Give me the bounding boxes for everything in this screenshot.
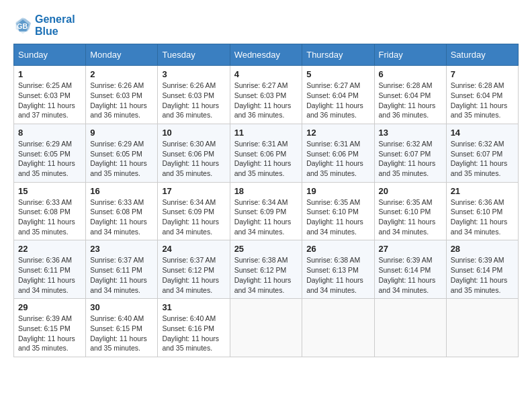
logo-text: General Blue: [35, 13, 75, 37]
day-number: 24: [162, 244, 225, 254]
col-header-wednesday: Wednesday: [230, 44, 302, 66]
calendar-week-row: 8Sunrise: 6:29 AMSunset: 6:05 PMDaylight…: [14, 124, 519, 182]
day-info: Sunrise: 6:28 AMSunset: 6:04 PMDaylight:…: [451, 81, 514, 120]
day-number: 25: [234, 244, 298, 254]
day-number: 21: [451, 186, 514, 196]
calendar-cell: 9Sunrise: 6:29 AMSunset: 6:05 PMDaylight…: [86, 124, 158, 182]
day-number: 29: [18, 302, 81, 312]
day-number: 14: [451, 128, 514, 138]
calendar-cell: 2Sunrise: 6:26 AMSunset: 6:03 PMDaylight…: [86, 66, 158, 124]
day-info: Sunrise: 6:36 AMSunset: 6:11 PMDaylight:…: [18, 255, 81, 295]
col-header-thursday: Thursday: [302, 44, 374, 66]
day-info: Sunrise: 6:27 AMSunset: 6:03 PMDaylight:…: [234, 81, 298, 120]
day-number: 17: [162, 186, 225, 196]
day-info: Sunrise: 6:26 AMSunset: 6:03 PMDaylight:…: [90, 81, 153, 120]
calendar-cell: 31Sunrise: 6:40 AMSunset: 6:16 PMDayligh…: [158, 299, 230, 357]
day-info: Sunrise: 6:27 AMSunset: 6:04 PMDaylight:…: [306, 81, 369, 120]
day-info: Sunrise: 6:31 AMSunset: 6:06 PMDaylight:…: [306, 139, 369, 179]
day-info: Sunrise: 6:39 AMSunset: 6:14 PMDaylight:…: [451, 255, 514, 295]
logo: GB General Blue: [13, 13, 75, 37]
calendar-cell: 18Sunrise: 6:34 AMSunset: 6:09 PMDayligh…: [230, 182, 302, 240]
day-info: Sunrise: 6:25 AMSunset: 6:03 PMDaylight:…: [18, 81, 81, 120]
calendar-cell: 29Sunrise: 6:39 AMSunset: 6:15 PMDayligh…: [14, 299, 86, 357]
day-number: 8: [18, 128, 81, 138]
day-info: Sunrise: 6:33 AMSunset: 6:08 PMDaylight:…: [90, 197, 153, 237]
day-info: Sunrise: 6:40 AMSunset: 6:15 PMDaylight:…: [90, 314, 153, 353]
calendar-cell: 4Sunrise: 6:27 AMSunset: 6:03 PMDaylight…: [230, 66, 302, 124]
day-number: 16: [90, 186, 153, 196]
calendar-cell: 28Sunrise: 6:39 AMSunset: 6:14 PMDayligh…: [446, 240, 518, 299]
page-header: GB General Blue: [13, 13, 519, 37]
calendar-cell: 17Sunrise: 6:34 AMSunset: 6:09 PMDayligh…: [158, 182, 230, 240]
day-number: 12: [306, 128, 369, 138]
day-number: 6: [379, 69, 442, 79]
logo-icon: GB: [13, 16, 32, 35]
day-info: Sunrise: 6:38 AMSunset: 6:12 PMDaylight:…: [234, 255, 298, 295]
calendar-cell: 10Sunrise: 6:30 AMSunset: 6:06 PMDayligh…: [158, 124, 230, 182]
day-info: Sunrise: 6:40 AMSunset: 6:16 PMDaylight:…: [162, 314, 225, 353]
calendar-cell: [302, 299, 374, 357]
day-number: 9: [90, 128, 153, 138]
col-header-monday: Monday: [86, 44, 158, 66]
calendar-cell: 7Sunrise: 6:28 AMSunset: 6:04 PMDaylight…: [446, 66, 518, 124]
calendar-week-row: 15Sunrise: 6:33 AMSunset: 6:08 PMDayligh…: [14, 182, 519, 240]
day-number: 4: [234, 69, 298, 79]
day-number: 19: [306, 186, 369, 196]
calendar-cell: 6Sunrise: 6:28 AMSunset: 6:04 PMDaylight…: [374, 66, 446, 124]
calendar-cell: 21Sunrise: 6:36 AMSunset: 6:10 PMDayligh…: [446, 182, 518, 240]
day-number: 22: [18, 244, 81, 254]
day-number: 13: [379, 128, 442, 138]
day-info: Sunrise: 6:37 AMSunset: 6:12 PMDaylight:…: [162, 255, 225, 295]
calendar-week-row: 1Sunrise: 6:25 AMSunset: 6:03 PMDaylight…: [14, 66, 519, 124]
calendar-cell: 20Sunrise: 6:35 AMSunset: 6:10 PMDayligh…: [374, 182, 446, 240]
day-info: Sunrise: 6:39 AMSunset: 6:14 PMDaylight:…: [379, 255, 442, 295]
day-info: Sunrise: 6:29 AMSunset: 6:05 PMDaylight:…: [18, 139, 81, 179]
calendar-week-row: 29Sunrise: 6:39 AMSunset: 6:15 PMDayligh…: [14, 299, 519, 357]
calendar-cell: 23Sunrise: 6:37 AMSunset: 6:11 PMDayligh…: [86, 240, 158, 299]
calendar-cell: 24Sunrise: 6:37 AMSunset: 6:12 PMDayligh…: [158, 240, 230, 299]
day-number: 1: [18, 69, 81, 79]
day-info: Sunrise: 6:36 AMSunset: 6:10 PMDaylight:…: [451, 197, 514, 237]
calendar-cell: [446, 299, 518, 357]
day-info: Sunrise: 6:32 AMSunset: 6:07 PMDaylight:…: [451, 139, 514, 179]
day-number: 7: [451, 69, 514, 79]
calendar-cell: 19Sunrise: 6:35 AMSunset: 6:10 PMDayligh…: [302, 182, 374, 240]
calendar-week-row: 22Sunrise: 6:36 AMSunset: 6:11 PMDayligh…: [14, 240, 519, 299]
day-info: Sunrise: 6:37 AMSunset: 6:11 PMDaylight:…: [90, 255, 153, 295]
col-header-saturday: Saturday: [446, 44, 518, 66]
day-number: 20: [379, 186, 442, 196]
day-info: Sunrise: 6:35 AMSunset: 6:10 PMDaylight:…: [306, 197, 369, 237]
calendar-header-row: SundayMondayTuesdayWednesdayThursdayFrid…: [14, 44, 519, 66]
calendar-cell: 13Sunrise: 6:32 AMSunset: 6:07 PMDayligh…: [374, 124, 446, 182]
col-header-tuesday: Tuesday: [158, 44, 230, 66]
calendar-cell: 1Sunrise: 6:25 AMSunset: 6:03 PMDaylight…: [14, 66, 86, 124]
day-info: Sunrise: 6:38 AMSunset: 6:13 PMDaylight:…: [306, 255, 369, 295]
day-info: Sunrise: 6:34 AMSunset: 6:09 PMDaylight:…: [234, 197, 298, 237]
calendar-cell: 27Sunrise: 6:39 AMSunset: 6:14 PMDayligh…: [374, 240, 446, 299]
day-info: Sunrise: 6:28 AMSunset: 6:04 PMDaylight:…: [379, 81, 442, 120]
svg-text:GB: GB: [17, 22, 28, 30]
calendar-cell: 25Sunrise: 6:38 AMSunset: 6:12 PMDayligh…: [230, 240, 302, 299]
day-info: Sunrise: 6:39 AMSunset: 6:15 PMDaylight:…: [18, 314, 81, 353]
day-info: Sunrise: 6:34 AMSunset: 6:09 PMDaylight:…: [162, 197, 225, 237]
calendar-cell: 15Sunrise: 6:33 AMSunset: 6:08 PMDayligh…: [14, 182, 86, 240]
calendar-cell: 11Sunrise: 6:31 AMSunset: 6:06 PMDayligh…: [230, 124, 302, 182]
day-number: 31: [162, 302, 225, 312]
day-info: Sunrise: 6:26 AMSunset: 6:03 PMDaylight:…: [162, 81, 225, 120]
calendar-cell: 26Sunrise: 6:38 AMSunset: 6:13 PMDayligh…: [302, 240, 374, 299]
day-number: 27: [379, 244, 442, 254]
calendar-cell: 8Sunrise: 6:29 AMSunset: 6:05 PMDaylight…: [14, 124, 86, 182]
day-info: Sunrise: 6:32 AMSunset: 6:07 PMDaylight:…: [379, 139, 442, 179]
day-number: 2: [90, 69, 153, 79]
day-info: Sunrise: 6:30 AMSunset: 6:06 PMDaylight:…: [162, 139, 225, 179]
day-number: 26: [306, 244, 369, 254]
day-info: Sunrise: 6:29 AMSunset: 6:05 PMDaylight:…: [90, 139, 153, 179]
col-header-sunday: Sunday: [14, 44, 86, 66]
day-number: 30: [90, 302, 153, 312]
day-info: Sunrise: 6:31 AMSunset: 6:06 PMDaylight:…: [234, 139, 298, 179]
calendar-cell: 5Sunrise: 6:27 AMSunset: 6:04 PMDaylight…: [302, 66, 374, 124]
calendar-cell: 16Sunrise: 6:33 AMSunset: 6:08 PMDayligh…: [86, 182, 158, 240]
day-number: 3: [162, 69, 225, 79]
day-number: 11: [234, 128, 298, 138]
day-info: Sunrise: 6:33 AMSunset: 6:08 PMDaylight:…: [18, 197, 81, 237]
